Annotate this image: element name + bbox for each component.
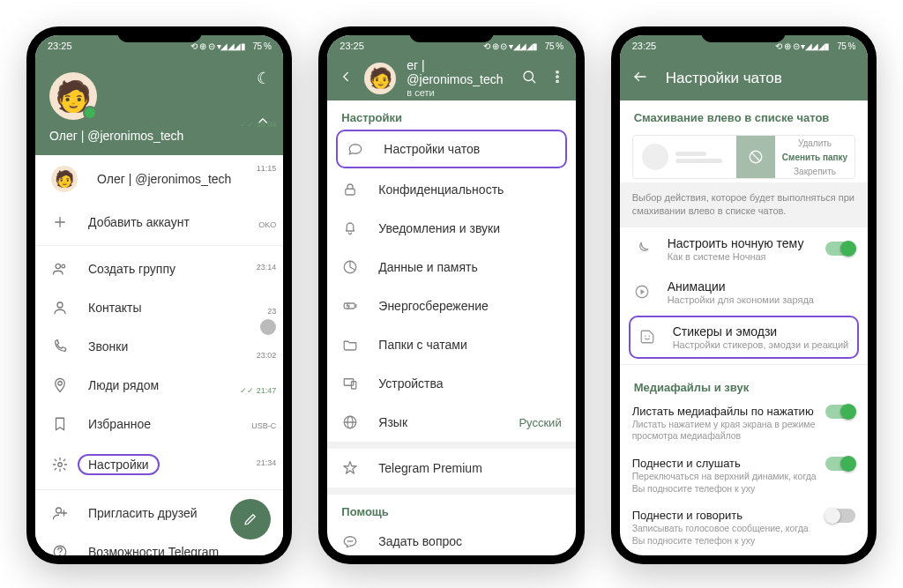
swipe-preview[interactable]: Удалить Сменить папку Закрепить bbox=[632, 135, 855, 179]
avatar-placeholder-icon bbox=[642, 144, 668, 170]
phone-1: 23:25 ⟲ ⊕ ⊝ ▾◢◢◢▮ 75 % 🧑 Олег | @jeronim… bbox=[26, 26, 292, 564]
svg-point-14 bbox=[556, 71, 557, 72]
premium-row[interactable]: Telegram Premium bbox=[327, 449, 575, 488]
swipe-hint: Выбор действия, которое будет выполнятьс… bbox=[620, 182, 868, 227]
svg-point-15 bbox=[556, 75, 557, 77]
phone-3: 23:25 ⟲ ⊕ ⊝ ▾◢◢◢▮ 75 % Настройки чатов С… bbox=[611, 26, 877, 564]
avatar[interactable]: 🧑 bbox=[49, 72, 97, 120]
status-icons: ⟲ ⊕ ⊝ ▾◢◢◢▮ 75 % bbox=[190, 41, 271, 51]
chat-time-peek: 21:34 bbox=[228, 458, 283, 467]
search-icon[interactable] bbox=[521, 69, 537, 89]
chat-icon bbox=[347, 140, 364, 158]
divider bbox=[620, 364, 868, 365]
night-mode-icon[interactable]: ☾ bbox=[257, 69, 271, 88]
group-icon bbox=[51, 260, 69, 278]
pause-music-row[interactable]: Пауза музыки при записи Останавливать му… bbox=[620, 555, 868, 555]
nearby-row[interactable]: Люди рядом bbox=[35, 366, 283, 405]
more-icon[interactable] bbox=[549, 69, 565, 89]
language-value: Русский bbox=[519, 416, 561, 429]
raise-speak-row[interactable]: Поднести и говорить Записывать голосовое… bbox=[620, 502, 868, 554]
night-theme-row[interactable]: Настроить ночную тему Как в системе Ночн… bbox=[620, 227, 868, 271]
folders-row[interactable]: Папки с чатами bbox=[327, 325, 575, 364]
raise-speak-toggle[interactable] bbox=[825, 509, 855, 523]
stickers-row[interactable]: Стикеры и эмодзи Настройки стикеров, эмо… bbox=[634, 324, 854, 350]
nearby-icon bbox=[51, 376, 69, 394]
notch bbox=[117, 26, 202, 42]
svg-line-13 bbox=[532, 79, 535, 83]
svg-point-16 bbox=[556, 80, 557, 82]
night-toggle[interactable] bbox=[825, 242, 855, 256]
svg-point-5 bbox=[58, 382, 63, 386]
section-help: Помощь bbox=[327, 495, 575, 522]
battery-icon bbox=[341, 297, 359, 315]
notch bbox=[701, 26, 786, 42]
header-subtitle: в сети bbox=[407, 87, 510, 99]
section-settings: Настройки bbox=[327, 100, 575, 128]
notch bbox=[409, 26, 494, 42]
page-title: Настройки чатов bbox=[666, 70, 782, 87]
devices-icon bbox=[341, 375, 359, 392]
moon-icon bbox=[632, 239, 652, 258]
svg-rect-21 bbox=[345, 379, 354, 386]
status-icons: ⟲ ⊕ ⊝ ▾◢◢◢▮ 75 % bbox=[483, 41, 563, 51]
drawer-username: Олег | @jeronimos_tech bbox=[49, 129, 269, 143]
svg-point-28 bbox=[352, 541, 353, 542]
phone-icon bbox=[51, 338, 69, 355]
settings-highlight: Настройки bbox=[78, 454, 160, 475]
svg-point-27 bbox=[350, 541, 351, 542]
svg-marker-35 bbox=[640, 289, 645, 294]
stickers-highlight: Стикеры и эмодзи Настройки стикеров, эмо… bbox=[629, 316, 859, 359]
invite-icon bbox=[51, 504, 69, 522]
media-section-title: Медиафайлы и звук bbox=[620, 370, 868, 398]
language-row[interactable]: Язык Русский bbox=[327, 403, 575, 442]
swipe-action-icon bbox=[736, 136, 775, 178]
globe-icon bbox=[341, 413, 359, 431]
battery-row[interactable]: Энергосбережение bbox=[327, 287, 575, 325]
account-row[interactable]: 🧑 Олег | @jeronimos_tech bbox=[35, 155, 283, 203]
compose-fab[interactable] bbox=[230, 499, 271, 540]
svg-line-33 bbox=[751, 153, 759, 161]
raise-listen-row[interactable]: Поднести и слушать Переключаться на верх… bbox=[620, 450, 868, 502]
chat-settings-highlight: Настройки чатов bbox=[336, 130, 566, 168]
svg-point-3 bbox=[62, 264, 65, 268]
svg-point-2 bbox=[56, 264, 60, 268]
svg-point-11 bbox=[60, 555, 61, 555]
devices-row[interactable]: Устройства bbox=[327, 364, 575, 403]
media-tap-toggle[interactable] bbox=[825, 405, 855, 419]
account-name: Олег | @jeronimos_tech bbox=[97, 172, 231, 186]
chat-time-peek: ✓✓ 21:47 bbox=[228, 386, 283, 395]
plus-icon bbox=[51, 213, 69, 231]
privacy-row[interactable]: Конфиденциальность bbox=[327, 170, 575, 209]
swipe-section-title: Смахивание влево в списке чатов bbox=[620, 100, 868, 128]
chat-settings-row[interactable]: Настройки чатов bbox=[338, 131, 564, 167]
swipe-labels: Удалить Сменить папку Закрепить bbox=[775, 136, 854, 178]
status-time: 23:25 bbox=[632, 41, 657, 51]
storage-row[interactable]: Данные и память bbox=[327, 248, 575, 287]
pie-icon bbox=[341, 258, 359, 276]
back-icon[interactable] bbox=[338, 69, 354, 88]
notifications-row[interactable]: Уведомления и звуки bbox=[327, 209, 575, 248]
avatar-icon[interactable]: 🧑 bbox=[364, 63, 396, 94]
person-icon bbox=[51, 299, 69, 316]
status-time: 23:25 bbox=[48, 41, 72, 51]
raise-listen-toggle[interactable] bbox=[825, 457, 855, 471]
divider bbox=[35, 245, 283, 246]
bell-icon bbox=[341, 220, 359, 237]
settings-header: 🧑 ег | @jeronimos_tech в сети bbox=[327, 56, 575, 100]
svg-point-4 bbox=[57, 302, 63, 308]
help-icon bbox=[51, 543, 69, 555]
chat-time-peek: 23:02 bbox=[228, 351, 283, 360]
chat-badge-peek: 23 bbox=[228, 307, 283, 335]
ask-question-row[interactable]: Задать вопрос bbox=[327, 522, 575, 555]
separator bbox=[327, 488, 575, 495]
swipe-message-preview bbox=[633, 136, 736, 178]
folder-icon bbox=[341, 336, 359, 354]
animations-row[interactable]: Анимации Настройки для экономии заряда bbox=[620, 271, 868, 314]
chat-icon bbox=[341, 532, 359, 550]
svg-point-36 bbox=[645, 336, 646, 338]
back-icon[interactable] bbox=[632, 69, 648, 88]
star-icon bbox=[341, 459, 359, 477]
header-title: ег | @jeronimos_tech bbox=[407, 58, 510, 88]
play-icon bbox=[632, 282, 652, 301]
media-tap-row[interactable]: Листать медиафайлы по нажатию Листать на… bbox=[620, 398, 868, 450]
